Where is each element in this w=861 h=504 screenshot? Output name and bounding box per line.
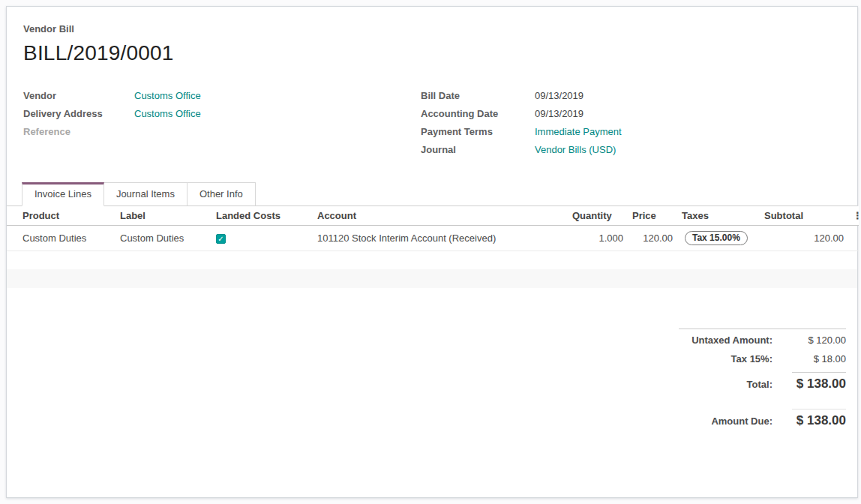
table-header-row: Product Label Landed Costs Account Quant… <box>7 206 859 226</box>
amount-due-row: Amount Due: $ 138.00 <box>679 409 846 428</box>
tab-invoice-lines[interactable]: Invoice Lines <box>22 182 104 206</box>
amount-due-label: Amount Due: <box>679 416 783 427</box>
optional-columns-icon[interactable]: ⋮ <box>853 210 859 221</box>
field-bill-date: Bill Date 09/13/2019 <box>421 88 842 106</box>
col-header-quantity: Quantity <box>568 206 628 226</box>
page-title: BILL/2019/0001 <box>23 41 842 65</box>
cell-dots-spacer <box>848 226 859 251</box>
accounting-date-value: 09/13/2019 <box>535 106 584 122</box>
cell-price: 120.00 <box>628 226 677 251</box>
invoice-lines-table: Product Label Landed Costs Account Quant… <box>7 206 859 251</box>
field-accounting-date: Accounting Date 09/13/2019 <box>421 106 842 124</box>
vendor-label: Vendor <box>23 88 134 104</box>
field-group: Vendor Customs Office Delivery Address C… <box>7 65 857 160</box>
untaxed-amount-row: Untaxed Amount: $ 120.00 <box>679 334 846 353</box>
delivery-address-value-link[interactable]: Customs Office <box>134 106 201 122</box>
untaxed-amount-value: $ 120.00 <box>783 334 846 346</box>
bill-date-value: 09/13/2019 <box>535 88 584 104</box>
journal-label: Journal <box>421 142 535 158</box>
tax-label: Tax 15%: <box>679 353 783 364</box>
journal-value-link[interactable]: Vendor Bills (USD) <box>535 142 616 158</box>
tax-badge: Tax 15.00% <box>685 231 748 245</box>
col-header-account: Account <box>313 206 568 226</box>
doc-type-label: Vendor Bill <box>23 23 842 34</box>
untaxed-amount-label: Untaxed Amount: <box>679 334 783 346</box>
field-vendor: Vendor Customs Office <box>23 88 421 106</box>
amount-due-block: Amount Due: $ 138.00 <box>679 409 846 428</box>
tax-row: Tax 15%: $ 18.00 <box>679 353 846 372</box>
form-header: Vendor Bill BILL/2019/0001 <box>7 7 857 65</box>
col-header-subtotal: Subtotal <box>760 206 848 226</box>
notebook-tabs: Invoice Lines Journal Items Other Info <box>7 182 857 206</box>
bill-date-label: Bill Date <box>421 88 535 104</box>
cell-label: Custom Duties <box>116 226 212 251</box>
field-delivery-address: Delivery Address Customs Office <box>23 106 421 124</box>
total-value: $ 138.00 <box>792 372 846 392</box>
total-label: Total: <box>679 379 783 390</box>
tab-other-info[interactable]: Other Info <box>188 182 256 206</box>
col-header-landed-costs: Landed Costs <box>212 206 313 226</box>
cell-quantity: 1.000 <box>568 226 628 251</box>
field-column-right: Bill Date 09/13/2019 Accounting Date 09/… <box>421 88 842 160</box>
accounting-date-label: Accounting Date <box>421 106 535 122</box>
table-row[interactable]: Custom Duties Custom Duties ✓ 101120 Sto… <box>7 226 859 251</box>
field-column-left: Vendor Customs Office Delivery Address C… <box>23 88 421 160</box>
col-header-label: Label <box>116 206 212 226</box>
table-stripe-row <box>7 269 857 288</box>
totals-block: Untaxed Amount: $ 120.00 Tax 15%: $ 18.0… <box>679 328 846 392</box>
col-header-price: Price <box>628 206 677 226</box>
field-payment-terms: Payment Terms Immediate Payment <box>421 124 842 142</box>
payment-terms-label: Payment Terms <box>421 124 535 140</box>
cell-landed-costs: ✓ <box>212 226 313 251</box>
payment-terms-value-link[interactable]: Immediate Payment <box>535 124 622 140</box>
amount-due-value: $ 138.00 <box>792 409 846 428</box>
vendor-bill-form-sheet: Vendor Bill BILL/2019/0001 Vendor Custom… <box>6 6 858 498</box>
table-empty-row <box>7 251 857 269</box>
tab-journal-items[interactable]: Journal Items <box>104 182 188 206</box>
landed-costs-checkbox[interactable]: ✓ <box>216 234 226 244</box>
cell-taxes: Tax 15.00% <box>677 226 760 251</box>
cell-subtotal: 120.00 <box>760 226 848 251</box>
delivery-address-label: Delivery Address <box>23 106 134 122</box>
total-row: Total: $ 138.00 <box>679 372 846 392</box>
cell-product: Custom Duties <box>7 226 116 251</box>
vendor-value-link[interactable]: Customs Office <box>134 88 201 104</box>
cell-account: 101120 Stock Interim Account (Received) <box>313 226 568 251</box>
col-header-product: Product <box>7 206 116 226</box>
screen: Vendor Bill BILL/2019/0001 Vendor Custom… <box>0 0 861 504</box>
field-journal: Journal Vendor Bills (USD) <box>421 142 842 160</box>
tax-value: $ 18.00 <box>783 353 846 364</box>
reference-label: Reference <box>23 124 134 140</box>
field-reference: Reference <box>23 124 421 142</box>
col-header-taxes: Taxes <box>677 206 760 226</box>
